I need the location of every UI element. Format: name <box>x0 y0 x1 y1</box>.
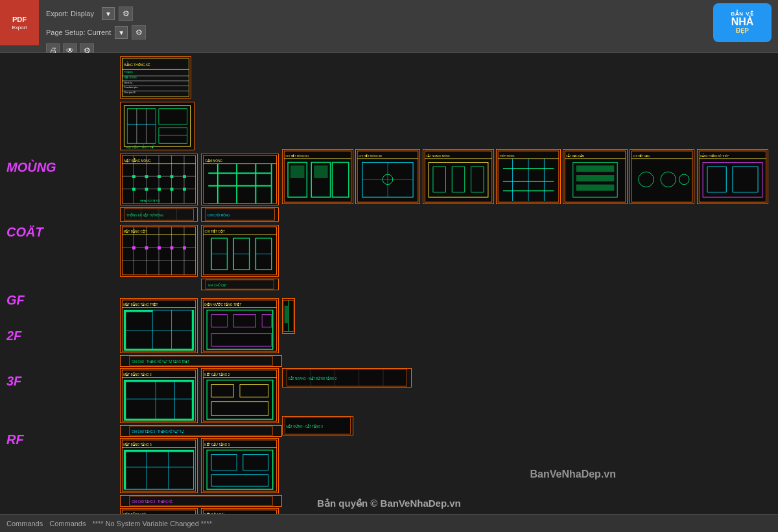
cad-canvas[interactable]: MOÙNG COÄT GF 2F 3F RF BẢNG THỐNG KÊ TRA… <box>0 53 778 532</box>
svg-text:DẦM MÓNG: DẦM MÓNG <box>205 159 222 163</box>
dwg-gf-3 <box>282 298 295 334</box>
svg-rect-133 <box>145 246 148 249</box>
svg-text:MẶT BẰNG TỔNG THỂ: MẶT BẰNG TỔNG THỂ <box>126 145 153 149</box>
svg-rect-209 <box>121 439 196 492</box>
svg-rect-132 <box>132 246 136 249</box>
brand-logo: BẢN VẼ NHÀ ĐẸP <box>713 3 772 42</box>
pdf-icon-symbol: PDF <box>12 16 27 23</box>
svg-text:CẮT NGANG MÓNG: CẮT NGANG MÓNG <box>426 154 450 157</box>
pdf-export-icon[interactable]: PDF Export <box>0 0 39 45</box>
svg-rect-63 <box>314 165 327 178</box>
page-setup-settings-icon[interactable]: ⚙ <box>132 25 146 40</box>
svg-text:Sheet list...: Sheet list... <box>124 82 134 84</box>
svg-rect-188 <box>124 419 193 421</box>
dwg-mong-1: MẶT BẰNG MÓNG SỐ HIỆU BẢN VẼ: M-01 <box>120 154 198 205</box>
dwg-2f-2: KẾT CẤU TẦNG 2 <box>201 368 279 423</box>
svg-rect-33 <box>132 175 136 178</box>
dwg-mong-bottom-1: THỐNG KÊ VẬT TƯ MÓNG <box>120 207 198 222</box>
dwg-title-block: BẢNG THỐNG KÊ TRANG NỘI DUNG Sheet list.… <box>120 56 191 98</box>
page-setup-options-btn[interactable]: ▼ <box>115 26 128 39</box>
svg-text:ĐIỆN NƯỚC TẦNG TRỆT: ĐIỆN NƯỚC TẦNG TRỆT <box>204 303 241 306</box>
svg-rect-13 <box>121 102 194 150</box>
dwg-gf-1: MẶT BẰNG TẦNG TRỆT <box>120 298 198 353</box>
svg-rect-40 <box>158 188 161 191</box>
command-prompt-2: Commands <box>49 520 86 527</box>
svg-text:CẮT DỌC DẦM: CẮT DỌC DẦM <box>566 154 584 157</box>
svg-rect-159 <box>124 310 126 350</box>
svg-rect-36 <box>171 175 174 178</box>
svg-rect-42 <box>183 188 186 191</box>
svg-rect-136 <box>183 246 186 249</box>
svg-rect-189 <box>192 380 194 420</box>
svg-rect-39 <box>145 188 148 191</box>
svg-text:CHI TIẾT MÓNG M2: CHI TIẾT MÓNG M2 <box>359 154 382 157</box>
svg-text:Foundation plan: Foundation plan <box>124 86 138 89</box>
svg-rect-158 <box>124 310 152 312</box>
svg-rect-97 <box>576 185 615 191</box>
svg-text:CHI TIẾT MÓNG M1: CHI TIẾT MÓNG M1 <box>285 154 309 157</box>
dwg-2f-wide: CẮT NGANG - MẶT ĐỨNG TẦNG 2 <box>282 368 412 387</box>
svg-rect-37 <box>183 175 186 178</box>
dwg-mong-3: CHI TIẾT MÓNG M1 <box>282 149 353 204</box>
svg-rect-73 <box>423 150 493 203</box>
svg-text:KẾT CẤU TẦNG 2: KẾT CẤU TẦNG 2 <box>204 373 230 376</box>
dwg-mong-4: CHI TIẾT MÓNG M2 <box>355 149 420 204</box>
brand-line2: NHÀ <box>731 17 754 27</box>
svg-text:Floor plan GF: Floor plan GF <box>124 91 136 94</box>
dwg-mong-5: CẮT NGANG MÓNG <box>423 149 494 204</box>
svg-text:CHI TIẾT CỌC: CHI TIẾT CỌC <box>633 154 650 157</box>
svg-rect-217 <box>124 450 126 490</box>
svg-text:BẢNG THỐNG KÊ THÉP: BẢNG THỐNG KÊ THÉP <box>700 153 729 157</box>
layer-label-moung: MOÙNG <box>6 160 56 175</box>
dwg-coat-note: GHI CHÚ CỘT <box>201 279 279 290</box>
toolbar: PDF Export Export: Display ▼ ⚙ Page Setu… <box>0 0 778 53</box>
svg-text:MẶT BẰNG TẦNG 3: MẶT BẰNG TẦNG 3 <box>123 442 152 446</box>
status-message: **** No System Variable Changed **** <box>93 520 212 527</box>
dwg-mong-6: THÉP MÓNG <box>496 149 561 204</box>
svg-rect-95 <box>576 165 615 172</box>
dwg-mong-2: DẦM MÓNG <box>201 154 279 205</box>
dwg-3f-1: MẶT BẰNG TẦNG 3 <box>120 438 198 493</box>
svg-text:MẶT BẰNG TẦNG TRỆT: MẶT BẰNG TẦNG TRỆT <box>123 302 158 306</box>
svg-rect-96 <box>576 175 615 181</box>
dwg-coat-1: MẶT BẰNG CỘT <box>120 225 198 277</box>
svg-rect-34 <box>145 175 148 178</box>
svg-rect-187 <box>124 380 126 420</box>
watermark-text: BanVeNhaDep.vn <box>530 468 616 480</box>
dwg-gf-2: ĐIỆN NƯỚC TẦNG TRỆT <box>201 298 279 353</box>
svg-rect-179 <box>121 369 196 422</box>
dwg-3f-note: GHI CHÚ TẦNG 3 - THỐNG KÊ <box>120 495 282 507</box>
svg-text:MẶT BẰNG CỘT: MẶT BẰNG CỘT <box>123 229 147 233</box>
command-prompt: Commands <box>6 520 43 527</box>
dwg-overview: MẶT BẰNG TỔNG THỂ <box>120 102 194 150</box>
status-bar: Commands Commands **** No System Variabl… <box>0 514 778 532</box>
svg-rect-134 <box>158 246 161 249</box>
layer-label-coat: COÄT <box>6 225 43 240</box>
export-options-btn[interactable]: ▼ <box>102 7 115 20</box>
layer-label-gf: GF <box>6 293 25 308</box>
export-settings-icon[interactable]: ⚙ <box>119 6 133 21</box>
layer-label-3f: 3F <box>6 374 21 389</box>
svg-rect-186 <box>124 380 193 382</box>
svg-rect-41 <box>171 188 174 191</box>
svg-rect-175 <box>285 306 288 323</box>
dwg-3f-2: KẾT CẤU TẦNG 3 <box>201 438 279 493</box>
svg-rect-151 <box>121 299 196 353</box>
dwg-mong-7: CẮT DỌC DẦM <box>563 149 628 204</box>
svg-text:CHI TIẾT CỘT: CHI TIẾT CỘT <box>204 229 225 233</box>
svg-rect-163 <box>202 299 277 353</box>
svg-text:NỘI DUNG: NỘI DUNG <box>124 76 137 79</box>
export-field-label: Export: Display <box>46 10 98 17</box>
svg-text:MẶT BẰNG TẦNG 2: MẶT BẰNG TẦNG 2 <box>123 372 152 376</box>
svg-rect-219 <box>202 439 277 492</box>
dwg-gf-note: GHI CHÚ - THỐNG KÊ VẬT TƯ TẦNG TRỆT <box>120 355 282 367</box>
page-setup-field-label: Page Setup: Current <box>46 29 111 36</box>
svg-rect-99 <box>630 150 694 203</box>
svg-rect-38 <box>132 188 136 191</box>
dwg-mong-8: CHI TIẾT CỌC <box>630 149 694 204</box>
export-label: Export <box>12 25 27 30</box>
svg-rect-135 <box>171 246 174 249</box>
svg-text:GHI CHÚ MÓNG: GHI CHÚ MÓNG <box>207 213 230 217</box>
svg-rect-160 <box>124 349 193 351</box>
svg-text:THÉP MÓNG: THÉP MÓNG <box>499 154 515 157</box>
